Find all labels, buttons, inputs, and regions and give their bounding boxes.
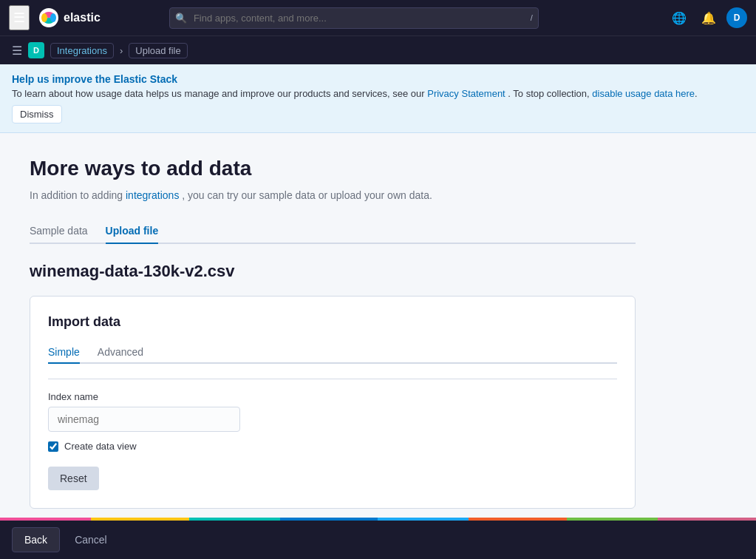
main-content: More ways to add data In addition to add… [0,133,665,559]
user-avatar[interactable]: D [726,7,747,28]
search-input[interactable] [169,7,539,29]
page-title: More ways to add data [30,157,636,180]
banner-text-before: To learn about how usage data helps us m… [12,88,427,99]
elastic-logo-icon [38,7,59,28]
privacy-statement-link[interactable]: Privacy Statement [427,88,505,99]
elastic-logo-text: elastic [64,11,101,24]
inner-tab-simple[interactable]: Simple [48,342,80,364]
import-card-title: Import data [48,314,617,330]
search-shortcut: / [531,13,533,22]
main-tabs: Sample data Upload file [30,219,636,244]
breadcrumb-integrations[interactable]: Integrations [50,43,114,58]
banner-text-after: . To stop collection, [508,88,592,99]
top-nav: ☰ elastic 🔍 / 🌐 🔔 D [0,0,756,35]
search-icon: 🔍 [175,13,187,24]
breadcrumb-separator: › [120,45,123,56]
breadcrumb-app-icon: D [28,42,44,58]
subtitle-before: In addition to adding [30,189,126,201]
globe-button[interactable]: 🌐 [667,8,691,28]
banner-text: To learn about how usage data helps us m… [12,88,744,99]
back-button[interactable]: Back [12,527,60,552]
inner-tabs: Simple Advanced [48,342,617,364]
help-banner: Help us improve the Elastic Stack To lea… [0,64,756,133]
nav-hamburger[interactable]: ☰ [9,5,30,30]
nav-right: 🌐 🔔 D [667,7,747,28]
disable-usage-link[interactable]: disable usage data here [592,88,695,99]
breadcrumb-bar: ☰ D Integrations › Upload file [0,35,756,64]
page-subtitle: In addition to adding integrations , you… [30,189,636,201]
integrations-link[interactable]: integrations [126,189,179,201]
subtitle-after: , you can try our sample data or upload … [182,189,432,201]
create-data-view-row: Create data view [48,441,617,452]
breadcrumb-current: Upload file [129,43,187,58]
search-bar-container: 🔍 / [169,7,539,29]
cancel-button[interactable]: Cancel [69,528,113,552]
svg-point-4 [50,13,56,22]
bell-button[interactable]: 🔔 [697,8,721,28]
dismiss-button[interactable]: Dismiss [12,105,62,123]
index-name-label: Index name [48,391,617,402]
create-data-view-label: Create data view [64,441,137,452]
index-name-input[interactable] [48,407,240,432]
elastic-logo: elastic [38,7,101,28]
breadcrumb-hamburger[interactable]: ☰ [12,44,22,58]
reset-button[interactable]: Reset [48,467,99,490]
banner-title: Help us improve the Elastic Stack [12,73,744,85]
tab-upload-file[interactable]: Upload file [106,219,159,244]
tab-sample-data[interactable]: Sample data [30,219,88,244]
create-data-view-checkbox[interactable] [48,441,58,452]
bottom-bar: Back Cancel [0,521,756,559]
svg-point-3 [41,13,47,22]
file-name: winemag-data-130k-v2.csv [30,262,636,281]
inner-tab-advanced[interactable]: Advanced [98,342,143,364]
import-card: Import data Simple Advanced Index name C… [30,296,636,509]
